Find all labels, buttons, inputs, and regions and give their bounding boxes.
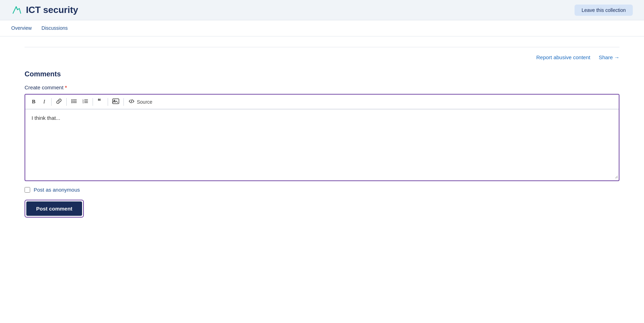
tab-discussions[interactable]: Discussions	[41, 20, 68, 36]
header-left: ICT security	[11, 5, 78, 15]
section-divider	[25, 47, 619, 47]
svg-point-4	[72, 102, 73, 103]
create-comment-label: Create comment *	[25, 84, 619, 90]
numbered-list-icon: 1. 2. 3.	[82, 98, 88, 105]
create-comment-text: Create comment	[25, 84, 63, 90]
report-abusive-link[interactable]: Report abusive content	[536, 54, 590, 60]
link-button[interactable]	[54, 97, 64, 107]
image-icon	[112, 98, 119, 105]
share-link[interactable]: Share →	[599, 54, 619, 60]
share-arrow: →	[614, 54, 619, 60]
toolbar-divider-3	[93, 98, 93, 106]
post-comment-button[interactable]: Post comment	[26, 201, 82, 216]
anonymous-label[interactable]: Post as anonymous	[34, 187, 80, 193]
toolbar-divider-2	[66, 98, 67, 106]
toolbar-divider-1	[51, 98, 52, 106]
editor-toolbar: B I	[25, 95, 619, 109]
tab-overview[interactable]: Overview	[11, 20, 32, 36]
actions-row: Report abusive content Share →	[25, 54, 619, 60]
main-content: Report abusive content Share → Comments …	[13, 36, 631, 228]
comment-editor[interactable]: B I	[25, 94, 619, 181]
comments-title: Comments	[25, 70, 619, 78]
nav-tabs: Overview Discussions	[0, 20, 644, 36]
svg-line-15	[131, 99, 132, 103]
post-comment-button-wrapper: Post comment	[25, 200, 84, 218]
leave-collection-button[interactable]: Leave this collection	[575, 5, 633, 16]
share-label: Share	[599, 54, 613, 60]
svg-text:3.: 3.	[82, 102, 84, 104]
svg-point-0	[72, 99, 73, 101]
svg-point-2	[72, 101, 73, 102]
link-icon	[56, 98, 62, 105]
source-label: Source	[137, 99, 152, 105]
bullet-list-button[interactable]	[69, 97, 79, 107]
svg-point-14	[114, 100, 115, 101]
source-icon	[128, 98, 135, 105]
bullet-list-icon	[71, 98, 77, 105]
page-title: ICT security	[26, 5, 78, 15]
toolbar-divider-5	[123, 98, 124, 106]
required-indicator: *	[65, 84, 67, 90]
anonymous-checkbox[interactable]	[25, 187, 30, 193]
blockquote-button[interactable]: ❝	[95, 97, 106, 107]
bold-button[interactable]: B	[29, 97, 39, 107]
collection-icon	[11, 5, 22, 15]
comments-section: Comments Create comment * B I	[25, 70, 619, 218]
italic-button[interactable]: I	[39, 97, 49, 107]
blockquote-icon: ❝	[97, 98, 103, 105]
source-button[interactable]: Source	[126, 97, 154, 107]
svg-text:❝: ❝	[98, 98, 101, 104]
comment-textarea[interactable]	[25, 109, 619, 179]
numbered-list-button[interactable]: 1. 2. 3.	[80, 97, 90, 107]
image-button[interactable]	[110, 97, 121, 107]
page-header: ICT security Leave this collection	[0, 0, 644, 20]
anonymous-row: Post as anonymous	[25, 187, 619, 193]
toolbar-divider-4	[108, 98, 108, 106]
